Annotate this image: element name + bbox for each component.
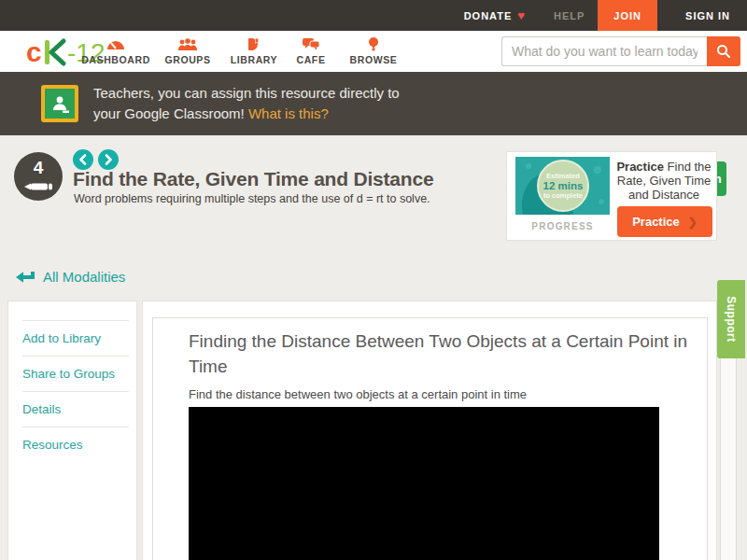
lesson-number: 4 — [14, 158, 63, 178]
nav-label-browse: BROWSE — [344, 54, 403, 65]
nav-label-cafe: CAFE — [289, 54, 332, 65]
estimated-time-circle: Estimated 12 mins to complete — [537, 160, 589, 212]
estimated-label: Estimated — [546, 172, 580, 180]
practice-bold-label: Practice — [616, 160, 664, 174]
practice-button-label: Practice — [632, 215, 680, 229]
nav-item-cafe[interactable]: CAFE — [289, 36, 332, 65]
content-subheading: Find the distance between two objects at… — [189, 387, 707, 401]
lightbulb-icon — [344, 36, 403, 51]
chevron-right-icon: ❯ — [688, 216, 698, 229]
join-button[interactable]: JOIN — [598, 0, 657, 31]
previous-lesson-button[interactable] — [73, 149, 93, 170]
search-input[interactable] — [501, 36, 707, 66]
lesson-content-inner: Finding the Distance Between Two Objects… — [152, 317, 708, 560]
google-classroom-banner: Teachers, you can assign this resource d… — [0, 72, 747, 135]
banner-line2: your Google Classroom! — [93, 105, 245, 121]
help-link[interactable]: HELP — [554, 0, 585, 31]
svg-text:c: c — [26, 36, 42, 67]
chat-icon — [289, 36, 332, 51]
next-lesson-button[interactable] — [98, 149, 119, 170]
heart-icon: ♥ — [517, 8, 526, 22]
practice-description: Practice Find the Rate, Given Time and D… — [615, 160, 712, 202]
chevron-left-icon — [78, 154, 88, 165]
nav-item-dashboard[interactable]: DASHBOARD — [78, 36, 153, 65]
sign-in-button[interactable]: SIGN IN — [685, 0, 730, 31]
practice-widget: Estimated 12 mins to complete PROGRESS P… — [506, 151, 717, 241]
search-icon — [716, 44, 731, 59]
search-button[interactable] — [707, 36, 740, 66]
nav-label-library: LIBRARY — [222, 54, 286, 65]
people-icon — [157, 36, 218, 51]
all-modalities-link[interactable]: All Modalities — [15, 269, 125, 285]
donate-link[interactable]: DONATE ♥ — [464, 0, 526, 31]
support-tab[interactable]: Support — [717, 280, 745, 358]
book-icon — [222, 36, 286, 51]
sidebar-item-resources[interactable]: Resources — [22, 427, 129, 462]
sidebar-item-share-to-groups[interactable]: Share to Groups — [22, 356, 129, 391]
what-is-this-link[interactable]: What is this? — [248, 105, 329, 121]
sidebar-item-details[interactable]: Details — [22, 391, 129, 427]
lesson-title: Find the Rate, Given Time and Distance — [73, 168, 433, 190]
nav-item-groups[interactable]: GROUPS — [157, 36, 218, 65]
support-tab-label: Support — [725, 296, 738, 343]
all-modalities-label: All Modalities — [43, 269, 125, 285]
nav-item-library[interactable]: LIBRARY — [222, 36, 286, 65]
content-heading: Finding the Distance Between Two Objects… — [189, 329, 712, 379]
nav-label-dashboard: DASHBOARD — [78, 54, 153, 65]
sidebar-item-add-to-library[interactable]: Add to Library — [22, 320, 129, 356]
gauge-icon — [78, 36, 153, 51]
video-player[interactable] — [189, 407, 659, 560]
search-bar — [501, 36, 740, 66]
top-utility-bar: DONATE ♥ HELP JOIN SIGN IN — [0, 0, 747, 31]
lesson-sidebar: Add to Library Share to Groups Details R… — [7, 301, 137, 560]
back-arrow-icon — [15, 270, 35, 285]
estimated-minutes: 12 mins — [543, 180, 584, 191]
google-classroom-icon — [41, 85, 78, 122]
lesson-subtitle: Word problems requiring multiple steps a… — [74, 192, 430, 205]
practice-progress-image: Estimated 12 mins to complete — [515, 157, 610, 215]
banner-line1: Teachers, you can assign this resource d… — [93, 83, 400, 104]
main-nav-bar: c -12 DASHBOARD GROUPS — [0, 31, 747, 72]
lesson-number-badge: 4 — [14, 152, 63, 201]
practice-button[interactable]: Practice ❯ — [617, 206, 712, 237]
estimated-complete-label: to complete — [543, 191, 583, 200]
chevron-right-icon — [104, 154, 113, 165]
pencil-icon — [23, 182, 53, 191]
banner-text: Teachers, you can assign this resource d… — [93, 83, 400, 124]
progress-label: PROGRESS — [515, 221, 610, 231]
donate-label: DONATE — [464, 10, 513, 21]
lesson-content-card: Finding the Distance Between Two Objects… — [142, 301, 717, 560]
nav-item-browse[interactable]: BROWSE — [344, 36, 403, 65]
nav-label-groups: GROUPS — [157, 54, 218, 65]
